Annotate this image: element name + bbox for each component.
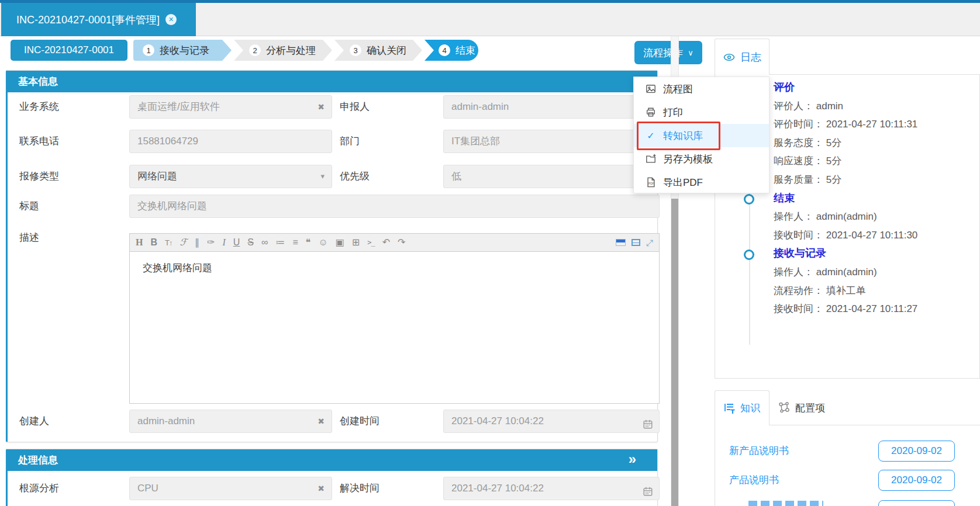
log-row: 评价时间： 2021-04-27 10:11:31 [774,115,917,134]
dropdown-caret-icon[interactable]: ▾ [320,165,325,188]
basic-info-card: 基本信息 业务系统 桌面运维/应用软件 ✖ 申报人 admin-admin 联系… [6,70,658,442]
log-row: 服务态度： 5分 [774,134,917,153]
knowledge-panel [715,425,980,506]
department-field[interactable]: IT集团总部 [443,130,660,153]
blockquote-icon[interactable]: ❝ [306,238,311,247]
clear-icon[interactable]: ✖ [318,410,325,432]
bold-icon[interactable]: B [150,238,157,247]
clear-icon[interactable]: ✖ [318,477,325,500]
step-number: 1 [143,44,154,56]
log-row: 服务质量： 5分 [774,171,917,189]
reporter-field[interactable]: admin-admin [443,95,660,119]
creator-label: 创建人 [19,410,125,433]
pdf-file-icon: PDF [646,177,656,188]
phone-value: 15881064729 [137,136,198,147]
knowledge-item-date-badge: 2020-09-02 [878,470,955,491]
knowledge-item-link-clipped[interactable] [748,501,823,506]
knowledge-item-link[interactable]: 产品说明书 [729,470,779,491]
description-label: 描述 [19,226,125,249]
undo-icon[interactable]: ↶ [382,238,390,247]
menu-item-save-as-template[interactable]: 另存为模板 [634,147,769,171]
priority-label: 优先级 [340,165,439,188]
create-time-field[interactable]: 2021-04-27 10:04:22 [443,410,660,433]
menu-item-to-knowledge-base[interactable]: ✓ 转知识库 [634,124,769,147]
text-height-icon[interactable]: T↑ [165,239,172,247]
step-receive-record[interactable]: 1 接收与记录 [133,40,232,61]
calendar-icon[interactable] [643,483,653,500]
business-system-label: 业务系统 [19,95,125,119]
log-entries: 评价 评价人： admin 评价时间： 2021-04-27 10:11:31 … [774,78,917,318]
fullscreen-icon[interactable]: ⤢ [646,238,653,247]
emoji-icon[interactable]: ☺ [318,238,327,247]
underline-icon[interactable]: U [233,238,240,247]
align-icon[interactable]: ≡ [292,238,298,247]
split-view-icon[interactable] [616,239,626,246]
brush-icon[interactable]: ✑ [207,238,215,247]
phone-field[interactable]: 15881064729 [129,130,332,153]
scrollbar-thumb[interactable] [671,199,678,506]
italic-icon[interactable]: I [222,238,225,247]
link-icon[interactable]: ∞ [261,238,268,247]
calendar-icon[interactable] [643,415,653,433]
creator-value: admin-admin [137,415,195,427]
priority-value: 低 [451,171,461,182]
collapse-icon[interactable]: » [629,449,636,469]
code-icon[interactable]: >_ [367,239,374,246]
heading-icon[interactable]: H [136,238,143,247]
log-row: 接收时间： 2021-04-27 10:11:27 [774,300,917,318]
menu-item-label: 转知识库 [663,129,703,143]
log-tab-label: 日志 [740,50,761,64]
step-end[interactable]: 4 结束 [425,40,478,61]
editor-toolbar: HBT↑ℱ∥✑IUS∞≔≡❝☺▣⊞>_↶↷ ⤢ [129,233,660,252]
list-icon[interactable]: ≔ [275,238,285,247]
step-analyze-process[interactable]: 2 分析与处理 [234,40,332,61]
clear-icon[interactable]: ✖ [318,96,325,118]
log-entry-title: 接收与记录 [774,244,917,263]
step-number: 2 [249,44,261,56]
knowledge-doc-icon [724,403,736,414]
tab-incident[interactable]: INC-20210427-0001[事件管理] ✕ [1,3,196,36]
business-system-field[interactable]: 桌面运维/应用软件 ✖ [129,95,332,119]
business-system-value: 桌面运维/应用软件 [137,101,220,112]
process-info-header: 处理信息 [8,449,657,471]
step-number: 3 [350,44,361,56]
title-field[interactable]: 交换机网络问题 [129,195,660,218]
strikethrough-icon[interactable]: S [247,238,254,247]
phone-label: 联系电话 [19,130,125,153]
redo-icon[interactable]: ↷ [398,238,405,247]
creator-field[interactable]: admin-admin ✖ [129,410,332,433]
printer-icon [646,107,656,117]
incident-detail-screen: INC-20210427-0001[事件管理] ✕ INC-20210427-0… [0,0,980,506]
table-icon[interactable]: ⊞ [352,238,360,247]
font-style-icon[interactable]: ℱ [180,238,187,247]
image-icon[interactable]: ▣ [336,238,344,247]
preview-icon[interactable] [632,239,640,246]
tab-log[interactable]: 日志 [715,39,769,75]
editor-toolbar-right: ⤢ [616,238,653,247]
resolve-time-field[interactable]: 2021-04-27 10:04:22 [443,477,660,500]
tab-config-items[interactable]: 配置项 [778,390,825,425]
process-operations-button[interactable]: 流程操作 ∨ [634,41,702,64]
knowledge-item-date-badge: 2020-09-02 [878,441,955,462]
highlight-pen-icon[interactable]: ∥ [195,238,199,247]
menu-item-export-pdf[interactable]: PDF 导出PDF [634,171,769,194]
knowledge-item-date-badge-clipped [878,500,955,506]
knowledge-item-link[interactable]: 新产品说明书 [729,441,789,462]
menu-item-print[interactable]: 打印 [634,100,769,124]
department-value: IT集团总部 [451,136,500,147]
root-cause-field[interactable]: CPU ✖ [129,477,332,500]
step-confirm-close[interactable]: 3 确认关闭 [334,40,422,61]
resolve-time-value: 2021-04-27 10:04:22 [451,483,544,494]
log-row: 流程动作： 填补工单 [774,282,917,300]
priority-field[interactable]: 低 [443,165,660,188]
description-content[interactable]: 交换机网络问题 [129,252,660,404]
repair-type-select[interactable]: 网络问题 ▾ [129,165,332,188]
tab-knowledge[interactable]: 知识 [715,390,769,425]
menu-item-flowchart[interactable]: 流程图 [634,77,769,100]
close-icon[interactable]: ✕ [165,14,177,25]
reporter-label: 申报人 [340,95,439,119]
department-label: 部门 [340,130,439,153]
resolve-time-label: 解决时间 [340,477,439,500]
reporter-value: admin-admin [451,101,509,112]
ticket-id-badge: INC-20210427-0001 [11,40,127,61]
